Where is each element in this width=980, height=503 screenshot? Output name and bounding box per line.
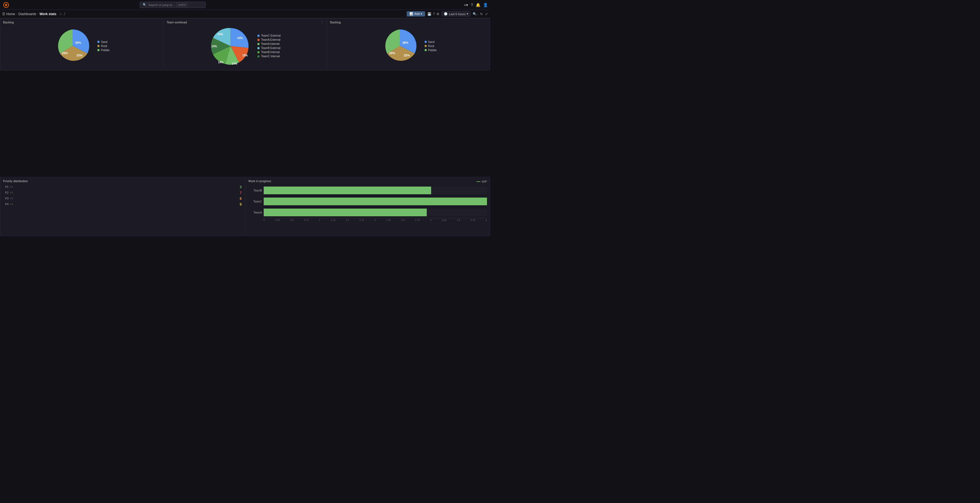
- svg-text:29%: 29%: [62, 51, 68, 55]
- teama-ext-label: TeamA External: [261, 38, 280, 41]
- priority-bar-p4: P4 P4 5: [3, 202, 242, 206]
- expand-icon[interactable]: ⤢: [485, 12, 488, 16]
- teamc-ext-dot: [258, 35, 259, 37]
- team-workload-panel: Team workload ⋮: [164, 18, 327, 70]
- star-icon[interactable]: ☆: [59, 12, 62, 16]
- wip-legend: WIP: [477, 180, 487, 183]
- legend2-sand: Sand: [425, 40, 437, 43]
- nav-actions: ☆ ⤴: [59, 12, 65, 16]
- zoom-out-icon[interactable]: 🔍-: [473, 12, 478, 16]
- wip-title: Work in progress: [248, 179, 271, 183]
- svg-text:14%: 14%: [218, 33, 223, 36]
- p1-label: P1: [3, 185, 8, 188]
- p2-sublabel: P2: [10, 191, 235, 194]
- rock2-label: Rock: [428, 45, 434, 48]
- teamb-int-dot: [258, 51, 259, 53]
- backlog2-pie-container: 38% 33% 29% Sand Rock Pebble: [330, 25, 487, 67]
- svg-text:14%: 14%: [218, 61, 224, 64]
- search-icon: 🔍: [143, 3, 146, 6]
- settings-icon[interactable]: ⚙: [436, 12, 439, 16]
- add-button[interactable]: 📊 Add ▾: [407, 11, 425, 16]
- wip-teamc-track: [264, 198, 487, 205]
- global-search[interactable]: 🔍 Search or jump to... cmd+k: [140, 2, 206, 8]
- team-workload-pie-container: 24% 19% 14% 14% 14% 14% TeamC External T…: [167, 25, 324, 67]
- rock-dot: [97, 45, 100, 47]
- search-shortcut: cmd+k: [176, 3, 188, 7]
- wip-legend-label: WIP: [482, 180, 487, 183]
- legend2-pebble: Pebble: [425, 49, 437, 52]
- teama-int-label: TeamA Internal: [261, 42, 279, 45]
- rock2-dot: [425, 45, 427, 47]
- backlog1-title: Backlog: [3, 21, 160, 24]
- p4-value: 5: [237, 202, 242, 206]
- legend2-rock: Rock: [425, 45, 437, 48]
- pebble-label: Pebble: [101, 49, 110, 52]
- nav-current[interactable]: Work stats: [40, 12, 56, 16]
- share-icon[interactable]: ⤴: [64, 12, 65, 16]
- priority-panel: Priority distribution P1 P1 3 P2: [0, 177, 245, 236]
- wip-panel: Work in progress WIP TeamB TeamC: [245, 177, 490, 236]
- x2: 2: [374, 219, 376, 222]
- wip-xaxis: 0 0.25 0.5 0.75 1 1.25 1.5 1.75 2 2.25 2…: [263, 219, 487, 222]
- app-logo[interactable]: [2, 1, 10, 9]
- navbar-right: 📊 Add ▾ 💾 ? ⚙ 🕐 Last 6 hours ▾ 🔍- ↻ ⤢: [407, 11, 488, 16]
- x05: 0.5: [290, 219, 294, 222]
- x4: 4: [485, 219, 487, 222]
- svg-text:19%: 19%: [242, 54, 248, 57]
- svg-text:33%: 33%: [76, 54, 83, 57]
- sand-label: Sand: [101, 40, 107, 43]
- teamc-ext-label: TeamC External: [261, 34, 280, 37]
- wip-chart-area: TeamB TeamC TeamA: [248, 187, 487, 222]
- p1-sublabel: P1: [10, 185, 235, 188]
- svg-text:14%: 14%: [212, 45, 217, 48]
- svg-text:24%: 24%: [237, 37, 243, 40]
- save-icon[interactable]: 💾: [427, 12, 431, 16]
- svg-text:14%: 14%: [232, 62, 237, 65]
- wip-row-teamb: TeamB: [263, 187, 487, 194]
- nav-dashboards-label: Dashboards: [18, 12, 36, 16]
- refresh-icon[interactable]: ↻: [480, 12, 483, 16]
- priority-chart: P1 P1 3 P2 P2: [3, 185, 242, 206]
- team-workload-pie: 24% 19% 14% 14% 14% 14%: [209, 25, 252, 67]
- backlog2-pie: 38% 33% 29%: [380, 27, 419, 65]
- backlog1-pie-container: 38% 33% 29% Sand Rock Pebble: [3, 25, 160, 67]
- priority-bar-p2: P2 P2 7: [3, 191, 242, 195]
- notifications-button[interactable]: 🔔: [476, 3, 480, 7]
- teamb-ext-label: TeamB External: [261, 46, 280, 50]
- legend-teamc-ext: TeamC External: [258, 34, 280, 37]
- wip-teamc-label: TeamC: [248, 200, 262, 203]
- help-button[interactable]: ?: [471, 3, 473, 7]
- help-icon[interactable]: ?: [433, 12, 435, 16]
- priority-title: Priority distribution: [3, 179, 242, 183]
- svg-text:33%: 33%: [404, 54, 410, 57]
- x025: 0.25: [275, 219, 280, 222]
- teamb-int-label: TeamB Internal: [261, 51, 279, 54]
- svg-text:38%: 38%: [402, 41, 408, 44]
- nav-home[interactable]: ☰ Home: [2, 12, 15, 16]
- search-placeholder: Search or jump to...: [148, 3, 175, 6]
- svg-text:29%: 29%: [389, 51, 395, 55]
- x15: 1.5: [346, 219, 349, 222]
- p2-value: 7: [237, 191, 242, 195]
- legend-pebble: Pebble: [97, 49, 110, 52]
- x225: 2.25: [386, 219, 391, 222]
- wip-teamb-track: [264, 187, 487, 194]
- pebble-dot: [97, 49, 100, 51]
- panel-menu-btn[interactable]: ⋮: [320, 20, 324, 24]
- x325: 3.25: [442, 219, 447, 222]
- x35: 3.5: [457, 219, 460, 222]
- topbar: 🔍 Search or jump to... cmd+k +▾ ? 🔔 👤: [0, 0, 490, 10]
- nav-dashboards[interactable]: Dashboards: [18, 12, 36, 16]
- time-range-picker[interactable]: 🕐 Last 6 hours ▾: [442, 11, 471, 16]
- wip-teamb-fill: [264, 187, 431, 194]
- row2: Priority distribution P1 P1 3 P2: [0, 177, 490, 236]
- user-button[interactable]: 👤: [483, 3, 488, 7]
- backlog2-legend: Sand Rock Pebble: [425, 40, 437, 52]
- legend-rock: Rock: [97, 45, 110, 48]
- p2-label: P2: [3, 191, 8, 194]
- x0: 0: [263, 219, 265, 222]
- hamburger-icon: ☰: [2, 12, 5, 16]
- backlog2-title: Backlog: [330, 21, 487, 24]
- p4-sublabel: P4: [10, 203, 235, 206]
- plus-button[interactable]: +▾: [464, 3, 468, 7]
